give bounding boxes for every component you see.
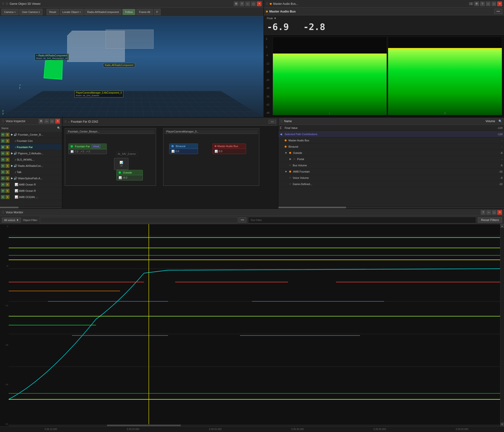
voice-item-5[interactable]: M S ♪ SLS_AKWAL... bbox=[0, 156, 62, 163]
object-filter-input[interactable] bbox=[40, 217, 238, 223]
badge-m-3[interactable]: M bbox=[1, 145, 5, 149]
badge-m-9[interactable]: M bbox=[1, 183, 5, 187]
reset-btn[interactable]: Reset bbox=[46, 9, 59, 15]
path-row-voice-volume[interactable]: ≡ Voice Volume -6 bbox=[279, 175, 504, 181]
vm-close-btn[interactable]: ✕ bbox=[497, 210, 502, 215]
audio-question-btn[interactable]: ? bbox=[480, 1, 485, 6]
peak-dropdown[interactable]: ▼ bbox=[274, 17, 277, 20]
follow-btn[interactable]: Follow bbox=[122, 9, 135, 15]
path-row-portal[interactable]: ▶ ⊙ Portal - bbox=[279, 156, 504, 162]
scroll-up-btn[interactable]: ▲ bbox=[500, 224, 504, 228]
monitor-scrollbar-thumb bbox=[107, 424, 181, 426]
frame-btn[interactable]: Frame All bbox=[136, 9, 153, 15]
audio-maximize-btn[interactable]: □ bbox=[492, 1, 496, 6]
container-left-body: Fountain Far Virtual 📊 -7.0 ↗ 0 ↗ 0 bbox=[66, 134, 155, 182]
locate-btn[interactable]: Locate Object > bbox=[60, 9, 83, 15]
audio-minimize-btn[interactable]: ─ bbox=[486, 1, 491, 6]
audio-settings-btn[interactable]: ⚙ bbox=[474, 1, 479, 6]
bus-title: Master Audio Bus bbox=[269, 9, 296, 13]
node-master-bus[interactable]: Master Audio Bus 📊 0.0 bbox=[212, 144, 246, 154]
voice-item-1[interactable]: M S ▶ 🔊 Fountain_Center_B... bbox=[0, 132, 62, 138]
badge-s-1[interactable]: S bbox=[6, 133, 9, 136]
badge-s-10[interactable]: S bbox=[6, 189, 9, 193]
voice-item-3[interactable]: M S ♪ Fountain Far bbox=[0, 144, 62, 150]
scroll-down-btn[interactable]: ▼ bbox=[500, 423, 504, 426]
filter-menu-btn[interactable]: ••• bbox=[239, 217, 246, 223]
node-mixer[interactable]: 📊 -∞ bbox=[114, 158, 128, 170]
path-row-selected[interactable]: ◀ Selected Path Contributions -119 bbox=[279, 131, 504, 137]
text-filter-input[interactable]: Text Filter bbox=[248, 217, 476, 223]
vi-maximize-btn[interactable]: □ bbox=[50, 119, 54, 124]
path-row-outside[interactable]: ▼ Outside -6 bbox=[279, 150, 504, 156]
badge-m-1[interactable]: M bbox=[1, 133, 5, 136]
vi-minimize-btn[interactable]: ─ bbox=[44, 119, 49, 124]
badge-m-6[interactable]: M bbox=[1, 164, 5, 168]
voice-inspector-scrollbar[interactable] bbox=[0, 207, 62, 208]
right-scroll-buttons: ▲ ▼ bbox=[500, 224, 504, 426]
badge-s-3[interactable]: S bbox=[6, 145, 9, 149]
badge-s-6[interactable]: S bbox=[6, 164, 9, 168]
badge-s-9[interactable]: S bbox=[6, 183, 9, 187]
camera-btn[interactable]: Camera > bbox=[1, 9, 18, 15]
reset-filters-btn[interactable]: Reset Filters bbox=[478, 217, 502, 223]
path-row-master-bus[interactable]: Master Audio Bus - bbox=[279, 137, 504, 144]
voice-item-2[interactable]: M S ♪ Fountain Cen bbox=[0, 138, 62, 144]
vi-settings-btn[interactable]: ⚙ bbox=[39, 119, 44, 124]
badge-m-5[interactable]: M bbox=[1, 158, 5, 162]
badge-s-4[interactable]: S bbox=[6, 152, 9, 155]
voice-inspector-grip: ⠿ bbox=[2, 119, 4, 123]
vm-maximize-btn[interactable]: □ bbox=[492, 210, 496, 215]
viewer-minimize-btn[interactable]: ─ bbox=[245, 1, 250, 6]
bus-menu-btn[interactable]: ••• bbox=[495, 9, 502, 14]
badge-s-5[interactable]: S bbox=[6, 158, 9, 162]
badge-m-8[interactable]: M bbox=[1, 176, 5, 180]
voice-item-11[interactable]: M S 📊 AMB OCEAN ... bbox=[0, 194, 62, 200]
badge-m-10[interactable]: M bbox=[1, 189, 5, 193]
vm-question-btn[interactable]: ? bbox=[481, 210, 486, 215]
voice-item-4[interactable]: M S ▶ 🔊 Pigeons_2.AkAudio... bbox=[0, 150, 62, 156]
portal-icon[interactable]: ▶ bbox=[289, 157, 291, 161]
meter-right: R bbox=[388, 37, 502, 115]
badge-s-2[interactable]: S bbox=[6, 139, 9, 143]
badge-s-7[interactable]: S bbox=[6, 170, 9, 174]
voice-item-8[interactable]: M S ▶ 🔊 WaterSplinePath.A... bbox=[0, 175, 62, 181]
path-row-bus-volume[interactable]: ≡ Bus Volume -6 bbox=[279, 162, 504, 169]
voice-item-6[interactable]: M S ▶ 🔊 Radio.AKRadioCon... bbox=[0, 163, 62, 169]
voice-search-icon[interactable]: 🔍 bbox=[57, 126, 61, 130]
path-bus-volume-name: Bus Volume bbox=[293, 164, 490, 167]
voice-item-9[interactable]: M S 📊 AMB Ocean R bbox=[0, 181, 62, 188]
node-graph-forward-btn[interactable]: >> bbox=[269, 120, 276, 124]
badge-m-7[interactable]: M bbox=[1, 170, 5, 174]
path-row-final[interactable]: Σ Final Value -119 bbox=[279, 125, 504, 131]
node-fountain-far[interactable]: Fountain Far Virtual 📊 -7.0 ↗ 0 ↗ 0 bbox=[68, 144, 107, 154]
path-search-icon[interactable]: 🔍 bbox=[498, 119, 502, 123]
outside-expand-icon[interactable]: ▼ bbox=[285, 152, 287, 154]
amb-expand-icon[interactable]: ▼ bbox=[285, 170, 287, 173]
vm-minimize-btn[interactable]: ─ bbox=[486, 210, 491, 215]
badge-s-8[interactable]: S bbox=[6, 176, 9, 180]
user-camera-btn[interactable]: User Camera 1 bbox=[19, 9, 43, 15]
path-row-amb-fountain[interactable]: ▼ AMB Fountain -16 bbox=[279, 169, 504, 175]
viewer-question-btn[interactable]: ? bbox=[240, 1, 244, 6]
vi-close-btn[interactable]: ✕ bbox=[55, 119, 60, 124]
more-btn[interactable]: F bbox=[154, 9, 161, 15]
path-panel-scrollbar[interactable] bbox=[279, 207, 504, 208]
voice-item-10[interactable]: M S 📊 AMB Ocean R bbox=[0, 188, 62, 194]
grid-floor bbox=[0, 91, 263, 117]
node-binaural[interactable]: Binaural 📊 0.0 bbox=[169, 144, 198, 154]
badge-m-2[interactable]: M bbox=[1, 139, 5, 143]
viewer-close-btn[interactable]: ✕ bbox=[257, 1, 261, 6]
path-row-game-defined[interactable]: ≡ Game-Defined... -10 bbox=[279, 181, 504, 187]
badge-s-11[interactable]: S bbox=[6, 195, 9, 199]
badge-m-4[interactable]: M bbox=[1, 152, 5, 155]
component-btn[interactable]: Radio.AKRadioComponent bbox=[84, 9, 121, 15]
voice-item-7[interactable]: M S ♪ Talk bbox=[0, 169, 62, 175]
monitor-scrollbar[interactable] bbox=[9, 424, 500, 426]
viewer-settings-btn[interactable]: ⚙ bbox=[234, 1, 239, 6]
audio-close-btn[interactable]: ✕ bbox=[497, 1, 502, 6]
badge-m-11[interactable]: M bbox=[1, 195, 5, 199]
node-outside[interactable]: Outside 📊 -6.0 bbox=[117, 170, 143, 180]
all-voices-dropdown[interactable]: All voices ▼ bbox=[2, 218, 21, 223]
path-row-binaural[interactable]: Binaural - bbox=[279, 144, 504, 150]
viewer-maximize-btn[interactable]: □ bbox=[251, 1, 256, 6]
